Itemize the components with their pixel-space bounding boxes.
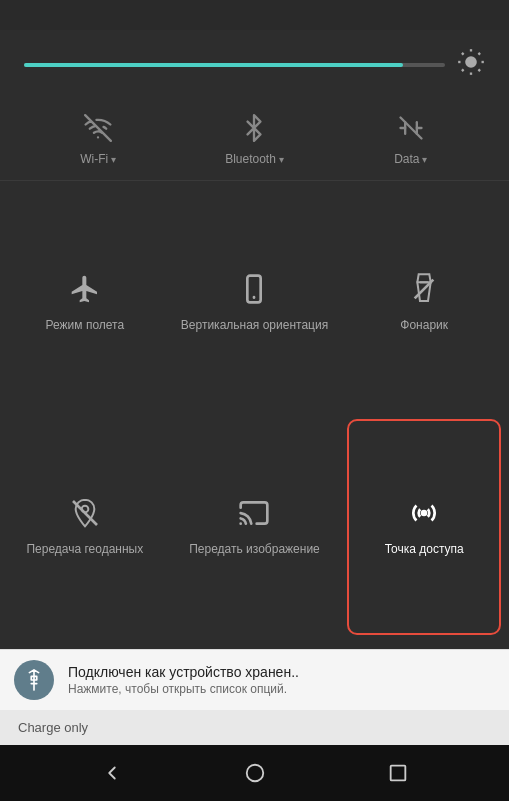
data-label: Data xyxy=(394,152,419,166)
status-bar xyxy=(0,0,509,30)
wifi-label-row: Wi-Fi ▾ xyxy=(80,152,116,166)
cast-label: Передать изображение xyxy=(189,542,320,558)
svg-point-16 xyxy=(421,509,428,516)
nav-bar xyxy=(0,745,509,801)
data-label-row: Data ▾ xyxy=(394,152,427,166)
svg-rect-18 xyxy=(390,766,405,781)
charge-only-label: Charge only xyxy=(18,720,88,735)
airplane-mode-icon xyxy=(69,273,101,310)
orientation-icon xyxy=(238,273,270,310)
qs-orientation[interactable]: Вертикальная ориентация xyxy=(170,191,340,415)
svg-point-17 xyxy=(246,765,263,782)
wifi-off-icon xyxy=(84,114,112,146)
bluetooth-off-icon xyxy=(240,114,268,146)
qs-flashlight[interactable]: Фонарик xyxy=(339,191,509,415)
brightness-track xyxy=(24,63,445,67)
qs-cast[interactable]: Передать изображение xyxy=(170,415,340,639)
bluetooth-label: Bluetooth xyxy=(225,152,276,166)
brightness-fill xyxy=(24,63,403,67)
wifi-chevron: ▾ xyxy=(111,154,116,165)
notification-bar[interactable]: Подключен как устройство хранен.. Нажмит… xyxy=(0,649,509,710)
wifi-label: Wi-Fi xyxy=(80,152,108,166)
qs-airplane-mode[interactable]: Режим полета xyxy=(0,191,170,415)
svg-line-8 xyxy=(478,53,480,55)
notification-title: Подключен как устройство хранен.. xyxy=(68,664,408,680)
flashlight-icon xyxy=(408,273,440,310)
qs-geodata[interactable]: Передача геоданных xyxy=(0,415,170,639)
brightness-slider[interactable] xyxy=(24,63,445,67)
svg-line-7 xyxy=(462,69,464,71)
orientation-label: Вертикальная ориентация xyxy=(181,318,328,334)
cast-icon xyxy=(238,497,270,534)
airplane-mode-label: Режим полета xyxy=(46,318,125,334)
notification-subtitle: Нажмите, чтобы открыть список опций. xyxy=(68,682,495,696)
geodata-icon xyxy=(69,497,101,534)
charge-only-bar: Charge only xyxy=(0,710,509,745)
svg-point-0 xyxy=(465,56,477,68)
quick-settings-grid: Режим полета Вертикальная ориентация xyxy=(0,181,509,649)
bluetooth-label-row: Bluetooth ▾ xyxy=(225,152,284,166)
svg-line-3 xyxy=(462,53,464,55)
hotspot-icon xyxy=(408,497,440,534)
notification-text: Подключен как устройство хранен.. Нажмит… xyxy=(68,664,495,696)
data-toggle[interactable]: Data ▾ xyxy=(381,114,441,166)
brightness-section xyxy=(0,30,509,100)
brightness-icon xyxy=(457,48,485,82)
geodata-label: Передача геоданных xyxy=(26,542,143,558)
data-off-icon xyxy=(397,114,425,146)
quick-toggles-row: Wi-Fi ▾ Bluetooth ▾ xyxy=(0,100,509,181)
recents-button[interactable] xyxy=(378,753,418,793)
data-chevron: ▾ xyxy=(422,154,427,165)
hotspot-label: Точка доступа xyxy=(385,542,464,558)
flashlight-label: Фонарик xyxy=(400,318,448,334)
back-button[interactable] xyxy=(92,753,132,793)
android-quick-settings-screen: Wi-Fi ▾ Bluetooth ▾ xyxy=(0,0,509,801)
wifi-toggle[interactable]: Wi-Fi ▾ xyxy=(68,114,128,166)
svg-line-4 xyxy=(478,69,480,71)
home-button[interactable] xyxy=(235,753,275,793)
qs-hotspot[interactable]: Точка доступа xyxy=(339,415,509,639)
bluetooth-chevron: ▾ xyxy=(279,154,284,165)
bluetooth-toggle[interactable]: Bluetooth ▾ xyxy=(224,114,284,166)
usb-notification-icon xyxy=(14,660,54,700)
